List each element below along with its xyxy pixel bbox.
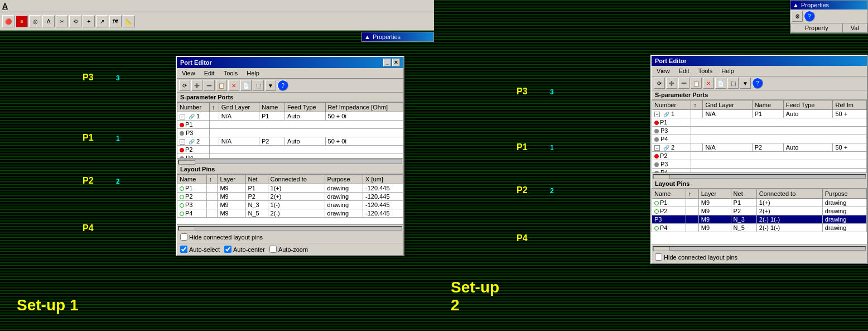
auto-zoom-check[interactable]: Auto-zoom [269,246,308,253]
menu-help[interactable]: Help [245,69,261,77]
r-sparams-scrollbar[interactable] [652,172,867,179]
r-menu-tools[interactable]: Tools [697,67,715,75]
auto-select-input[interactable] [180,246,187,253]
tool-btn-8[interactable]: ↗ [96,15,108,27]
dialog-minimize-btn[interactable]: _ [383,59,391,66]
dlg-copy-btn[interactable]: 📋 [216,80,227,91]
dlg-x-btn[interactable]: ✕ [228,80,239,91]
r-dlg-sel-btn[interactable]: ⬚ [727,78,739,89]
tool-btn-10[interactable]: 📐 [123,15,135,27]
r-scrollbar-track-2[interactable] [653,246,866,251]
r-layout-scrollbar[interactable] [652,244,867,251]
properties-help-btn[interactable]: ? [804,11,815,22]
r-col-lsort[interactable]: ↑ [686,189,698,199]
r-menu-view[interactable]: View [655,67,672,75]
tool-btn-7[interactable]: ✦ [83,15,95,27]
pin-circle-icon-2 [180,195,184,199]
sparams-scrollbar-left[interactable] [177,158,403,165]
r-dlg-help-btn[interactable]: ? [752,78,763,89]
scrollbar-track[interactable] [178,160,402,164]
expand-icon[interactable]: − [180,114,185,119]
tool-btn-6[interactable]: ⟲ [69,15,81,27]
r-lnet-p2: P2 [731,207,756,215]
table-row-selected[interactable]: P3 M9 N_3 2(-) 1(-) drawing [652,215,867,224]
r-scrollbar-thumb-2[interactable] [653,247,670,251]
properties-toolbar-right: ⚙ ? [790,9,867,23]
r-pin-gray-3 [654,129,659,133]
lx-p1: -120.445 [363,184,403,193]
expand-icon-2[interactable]: − [180,139,185,145]
tool-btn-1[interactable]: 🔴 [2,15,15,27]
r-dlg-add-btn[interactable]: ➕ [666,78,677,89]
auto-zoom-input[interactable] [269,246,277,253]
layout-table-container-left: Name ↑ Layer Net Connected to Purpose X … [177,174,403,224]
tool-btn-5[interactable]: ✂ [56,15,68,27]
auto-select-label: Auto-select [189,246,220,253]
lnet-p3: N_3 [245,201,268,209]
tool-btn-2[interactable]: S [16,15,28,27]
num-cell: − 🔗 1 [177,112,210,121]
td-empty [209,112,219,121]
menu-edit[interactable]: Edit [202,69,216,77]
menu-view[interactable]: View [180,69,197,77]
r-hide-pins-check[interactable]: Hide connected layout pins [655,253,737,261]
lpurp-p1: drawing [325,184,363,193]
col-sort[interactable]: ↑ [209,103,219,112]
port-num-3-left: 3 [116,74,120,82]
dlg-filter-btn[interactable]: ▼ [265,80,276,91]
table-row: P4 M9 N_5 2(-) drawing -120.445 [177,209,403,218]
dlg-refresh-btn[interactable]: ⟳ [179,80,190,91]
scrollbar-thumb[interactable] [179,160,195,165]
dlg-sel-btn[interactable]: ⬚ [253,80,264,91]
r-dlg-filter-btn[interactable]: ▼ [740,78,751,89]
r-expand-icon-2[interactable]: − [654,145,660,151]
r-scrollbar-track-1[interactable] [653,174,866,179]
table-row: − 🔗 2 N/A P2 Auto 50 + 0i [177,137,403,146]
properties-gear-btn[interactable]: ⚙ [792,11,803,22]
dlg-add-btn[interactable]: ➕ [191,80,202,91]
port-num-2-left: 2 [116,178,120,185]
layout-scrollbar-left[interactable] [177,224,403,231]
scrollbar-thumb-2[interactable] [179,227,195,231]
left-toolbar: A 🔴 S ◎ A ✂ ⟲ ✦ ↗ 🗺 📐 [0,0,434,31]
hide-pins-input[interactable] [180,233,187,241]
auto-select-check[interactable]: Auto-select [180,246,220,253]
r-dlg-del-btn[interactable]: ➖ [678,78,689,89]
dialog-close-btn[interactable]: ✕ [392,59,400,66]
r-dlg-x-btn[interactable]: ✕ [703,78,714,89]
dlg-help-btn[interactable]: ? [277,80,288,91]
col-lsort[interactable]: ↑ [206,175,218,184]
col-lname: Name [177,175,207,184]
r-hide-pins-input[interactable] [655,253,662,261]
r-child-p4-1: P4 [652,135,691,143]
col-lpurp: Purpose [325,175,363,184]
r-lpurp-p1: drawing [822,199,866,207]
hide-pins-check[interactable]: Hide connected layout pins [180,233,263,241]
td-empty [686,215,698,224]
tool-btn-3[interactable]: ◎ [29,15,41,27]
r-scrollbar-thumb-1[interactable] [653,175,670,179]
hide-pins-label: Hide connected layout pins [189,234,263,241]
feed-cell-2: Auto [284,137,325,146]
feed-cell: Auto [284,112,325,121]
dlg-del-btn[interactable]: ➖ [204,80,215,91]
tool-btn-4[interactable]: A [42,15,55,27]
tool-btn-9[interactable]: 🗺 [109,15,122,27]
auto-center-input[interactable] [224,246,232,253]
r-expand-icon-1[interactable]: − [654,112,660,117]
port-label-p4-left: P4 [83,223,94,233]
r-menu-help[interactable]: Help [720,67,736,75]
r-menu-edit[interactable]: Edit [677,67,691,75]
sparam-icon-2: 🔗 [189,139,195,145]
r-dlg-refresh-btn[interactable]: ⟳ [654,78,665,89]
dlg-paste-btn[interactable]: 📄 [240,80,252,91]
r-dlg-paste-btn[interactable]: 📄 [715,78,726,89]
menu-tools[interactable]: Tools [222,69,240,77]
up-arrow-icon: ▲ [364,33,370,40]
r-lconn-p3: 2(-) 1(-) [756,215,822,224]
r-col-sort[interactable]: ↑ [691,100,703,110]
r-dlg-copy-btn[interactable]: 📋 [691,78,702,89]
auto-center-check[interactable]: Auto-center [224,246,265,253]
sparams-table-container-left: Number ↑ Gnd Layer Name Feed Type Ref Im… [177,102,403,158]
scrollbar-track-2[interactable] [178,226,402,231]
